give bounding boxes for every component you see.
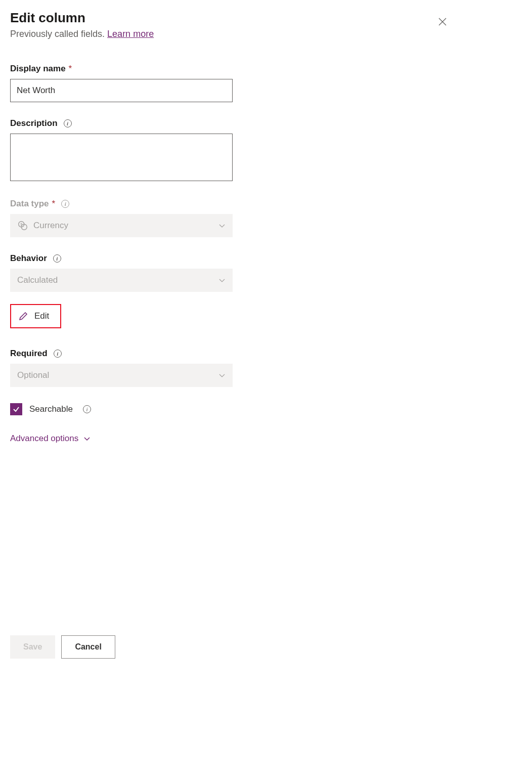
edit-button-label: Edit [34, 311, 49, 321]
data-type-select: $ Currency [10, 214, 233, 237]
chevron-down-icon [218, 222, 226, 229]
data-type-label-text: Data type [10, 199, 49, 209]
chevron-down-icon [218, 372, 226, 379]
learn-more-link[interactable]: Learn more [107, 29, 154, 39]
info-icon[interactable]: i [64, 119, 72, 127]
info-icon[interactable]: i [61, 200, 69, 208]
behavior-select: Calculated [10, 269, 233, 292]
display-name-label-text: Display name [10, 64, 66, 74]
behavior-value: Calculated [17, 275, 58, 285]
required-select: Optional [10, 364, 233, 387]
required-asterisk-icon: * [69, 64, 72, 74]
currency-icon: $ [17, 220, 28, 231]
info-icon[interactable]: i [54, 350, 62, 358]
display-name-label: Display name * [10, 64, 233, 74]
pencil-icon [18, 311, 28, 321]
chevron-down-icon [218, 277, 226, 284]
panel-title: Edit column [10, 10, 434, 26]
close-icon [438, 17, 447, 28]
behavior-label-text: Behavior [10, 253, 47, 264]
svg-text:$: $ [20, 222, 22, 227]
advanced-options-label: Advanced options [10, 434, 78, 444]
data-type-value: Currency [33, 221, 68, 231]
required-value: Optional [17, 370, 49, 380]
data-type-label: Data type * i [10, 199, 233, 209]
edit-button[interactable]: Edit [10, 304, 61, 328]
searchable-checkbox[interactable] [10, 403, 22, 415]
subtitle-text: Previously called fields. [10, 29, 107, 39]
close-button[interactable] [434, 13, 451, 33]
display-name-input[interactable] [10, 79, 233, 102]
info-icon[interactable]: i [53, 254, 61, 263]
cancel-button[interactable]: Cancel [61, 635, 115, 659]
required-label: Required i [10, 349, 233, 359]
required-asterisk-icon: * [52, 199, 56, 209]
chevron-down-icon [83, 435, 91, 442]
description-label-text: Description [10, 118, 58, 128]
description-textarea[interactable] [10, 134, 233, 181]
behavior-label: Behavior i [10, 253, 233, 264]
checkmark-icon [12, 405, 20, 413]
required-label-text: Required [10, 349, 48, 359]
description-label: Description i [10, 118, 233, 128]
info-icon[interactable]: i [83, 405, 91, 413]
advanced-options-toggle[interactable]: Advanced options [10, 434, 91, 444]
panel-subtitle: Previously called fields. Learn more [10, 29, 434, 39]
searchable-label: Searchable [29, 404, 73, 414]
save-button: Save [10, 635, 55, 659]
